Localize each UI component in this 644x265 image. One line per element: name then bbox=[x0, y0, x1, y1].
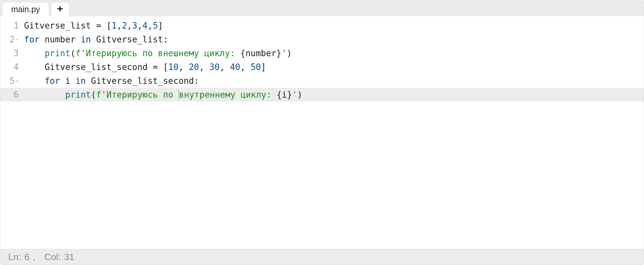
line-number-gutter: 12▾345▾6 bbox=[0, 16, 22, 249]
line-number-text: 4 bbox=[13, 60, 19, 74]
line-number-text: 2 bbox=[10, 33, 15, 46]
tab-label: main.py bbox=[11, 5, 40, 13]
new-tab-button[interactable]: + bbox=[51, 2, 69, 16]
fold-toggle-icon[interactable]: ▾ bbox=[16, 74, 19, 88]
code-line[interactable]: Gitverse_list = [1,2,3,4,5] bbox=[22, 19, 644, 33]
code-line[interactable]: for number in Gitverse_list: bbox=[22, 33, 644, 46]
status-ln-value: 6 bbox=[24, 253, 30, 262]
fold-toggle-icon[interactable]: ▾ bbox=[16, 33, 19, 46]
line-number: 5▾ bbox=[0, 74, 19, 88]
tab-file-main[interactable]: main.py bbox=[2, 2, 49, 16]
code-area: 12▾345▾6 Gitverse_list = [1,2,3,4,5]for … bbox=[0, 16, 644, 249]
line-number: 2▾ bbox=[0, 33, 19, 46]
status-bar: Ln: 6, Col: 31 bbox=[0, 249, 644, 265]
plus-icon: + bbox=[57, 3, 63, 14]
line-number-text: 6 bbox=[13, 88, 19, 102]
line-number-text: 3 bbox=[13, 46, 19, 60]
code-line[interactable]: Gitverse_list_second = [10, 20, 30, 40, … bbox=[22, 60, 644, 74]
code-line[interactable]: print(f'Итерируюсь по внутреннему циклу:… bbox=[22, 88, 644, 102]
status-col-label: Col: bbox=[44, 253, 61, 262]
code-content[interactable]: Gitverse_list = [1,2,3,4,5]for number in… bbox=[22, 16, 644, 249]
status-col-value: 31 bbox=[64, 253, 74, 262]
tab-strip: main.py + bbox=[0, 0, 644, 16]
line-number: 4 bbox=[0, 60, 19, 74]
line-number: 6 bbox=[0, 88, 22, 102]
status-ln-label: Ln: bbox=[8, 253, 21, 262]
line-number: 1 bbox=[0, 19, 19, 33]
line-number: 3 bbox=[0, 46, 19, 60]
code-line[interactable]: for i in Gitverse_list_second: bbox=[22, 74, 644, 88]
code-line[interactable]: print(f'Итерируюсь по внешнему циклу: {n… bbox=[22, 46, 644, 60]
code-editor: main.py + 12▾345▾6 Gitverse_list = [1,2,… bbox=[0, 0, 644, 265]
line-number-text: 1 bbox=[13, 19, 19, 33]
text-cursor bbox=[179, 90, 179, 100]
line-number-text: 5 bbox=[10, 74, 15, 88]
